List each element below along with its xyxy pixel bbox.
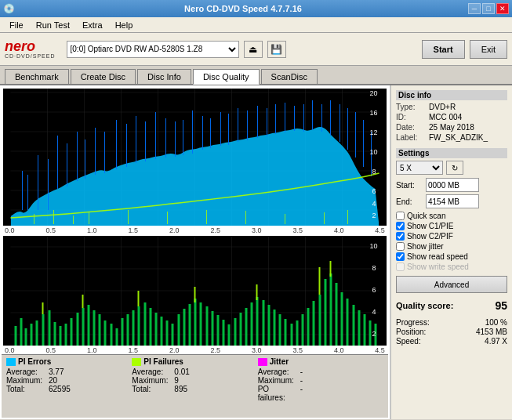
disc-info-section: Disc info Type: DVD+R ID: MCC 004 Date: … bbox=[396, 90, 507, 142]
settings-title: Settings bbox=[396, 148, 507, 158]
start-input[interactable] bbox=[426, 178, 479, 192]
x-label-b8: 4.0 bbox=[334, 346, 344, 354]
speed-select[interactable]: 5 X bbox=[396, 161, 443, 175]
svg-rect-119 bbox=[183, 309, 186, 346]
show-read-speed-row: Show read speed bbox=[396, 252, 507, 261]
svg-rect-131 bbox=[251, 302, 253, 346]
pi-failures-total-label: Total: bbox=[132, 385, 171, 393]
pi-errors-avg-row: Average: 3.77 bbox=[6, 368, 132, 376]
top-chart-svg: 20 16 12 10 8 6 4 2 bbox=[3, 89, 387, 226]
jitter-header: Jitter bbox=[258, 357, 383, 366]
save-icon-button[interactable]: 💾 bbox=[267, 41, 286, 58]
pi-failures-col: PI Failures Average: 0.01 Maximum: 9 Tot… bbox=[132, 357, 257, 415]
x-label-8: 4.0 bbox=[334, 226, 344, 234]
start-button[interactable]: Start bbox=[422, 40, 465, 59]
menu-help[interactable]: Help bbox=[109, 19, 140, 31]
position-row: Position: 4153 MB bbox=[396, 328, 507, 336]
x-label-0: 0.0 bbox=[5, 226, 15, 234]
svg-rect-134 bbox=[268, 305, 271, 346]
jitter-label: Jitter bbox=[270, 357, 289, 366]
pi-errors-total-label: Total: bbox=[6, 385, 45, 393]
svg-rect-140 bbox=[302, 314, 304, 346]
close-button[interactable]: ✕ bbox=[496, 3, 509, 14]
minimize-button[interactable]: ─ bbox=[468, 3, 481, 14]
svg-text:16: 16 bbox=[370, 109, 378, 117]
jitter-col: Jitter Average: - Maximum: - PO failures… bbox=[258, 357, 383, 415]
menu-extra[interactable]: Extra bbox=[76, 19, 109, 31]
jitter-avg-value: - bbox=[300, 368, 303, 376]
svg-rect-149 bbox=[353, 305, 355, 346]
disc-id-row: ID: MCC 004 bbox=[396, 113, 507, 121]
svg-text:10: 10 bbox=[370, 242, 378, 250]
svg-rect-103 bbox=[93, 310, 96, 346]
pi-errors-label: PI Errors bbox=[18, 357, 51, 366]
pi-failures-total-row: Total: 895 bbox=[132, 385, 257, 393]
logo-sub: CD·DVD/SPEED bbox=[5, 53, 56, 59]
svg-rect-156 bbox=[138, 291, 140, 306]
show-c1-checkbox[interactable] bbox=[396, 222, 405, 230]
progress-label: Progress: bbox=[396, 318, 430, 327]
pi-failures-color bbox=[132, 358, 141, 366]
menu-file[interactable]: File bbox=[3, 19, 30, 31]
speed-row: 5 X ↻ bbox=[396, 161, 507, 175]
x-label-1: 0.5 bbox=[45, 226, 56, 234]
svg-rect-116 bbox=[166, 320, 169, 346]
tab-disc-info[interactable]: Disc Info bbox=[137, 69, 191, 84]
logo: nero CD·DVD/SPEED bbox=[5, 39, 56, 59]
exit-button[interactable]: Exit bbox=[470, 40, 507, 59]
drive-select[interactable]: [0:0] Optiarc DVD RW AD-5280S 1.Z8 bbox=[67, 41, 239, 58]
menu-run-test[interactable]: Run Test bbox=[30, 19, 76, 31]
tab-benchmark[interactable]: Benchmark bbox=[5, 69, 69, 84]
svg-rect-96 bbox=[54, 322, 56, 346]
disc-label-row: Label: FW_SK_ADZIK_ bbox=[396, 133, 507, 142]
svg-rect-107 bbox=[116, 328, 118, 346]
svg-rect-89 bbox=[15, 326, 17, 346]
speed-row: Speed: 4.97 X bbox=[396, 337, 507, 346]
show-c2-checkbox[interactable] bbox=[396, 232, 405, 241]
x-label-b4: 2.0 bbox=[169, 346, 180, 354]
advanced-button[interactable]: Advanced bbox=[396, 276, 507, 293]
svg-rect-124 bbox=[212, 311, 214, 346]
svg-rect-160 bbox=[330, 261, 332, 277]
x-label-b2: 1.0 bbox=[87, 346, 97, 354]
show-read-speed-checkbox[interactable] bbox=[396, 252, 405, 261]
svg-rect-111 bbox=[138, 306, 140, 346]
x-label-b5: 2.5 bbox=[210, 346, 220, 354]
quick-scan-row: Quick scan bbox=[396, 212, 507, 220]
end-input[interactable] bbox=[426, 194, 479, 208]
svg-rect-146 bbox=[336, 283, 338, 346]
svg-text:2: 2 bbox=[372, 330, 376, 338]
svg-rect-147 bbox=[341, 292, 343, 346]
show-jitter-checkbox[interactable] bbox=[396, 242, 405, 251]
svg-rect-113 bbox=[150, 308, 152, 346]
svg-rect-159 bbox=[319, 267, 321, 295]
tab-disc-quality[interactable]: Disc Quality bbox=[193, 69, 260, 85]
tab-create-disc[interactable]: Create Disc bbox=[71, 69, 136, 84]
refresh-button[interactable]: ↻ bbox=[446, 161, 463, 175]
tab-scan-disc[interactable]: ScanDisc bbox=[261, 69, 318, 84]
svg-rect-112 bbox=[144, 302, 147, 346]
pi-errors-header: PI Errors bbox=[6, 357, 132, 366]
svg-rect-152 bbox=[369, 320, 372, 346]
disc-label-value: FW_SK_ADZIK_ bbox=[429, 133, 507, 142]
quick-scan-checkbox[interactable] bbox=[396, 212, 405, 220]
svg-rect-141 bbox=[307, 308, 310, 346]
svg-rect-137 bbox=[285, 319, 287, 346]
eject-icon-button[interactable]: ⏏ bbox=[244, 41, 263, 58]
pi-failures-header: PI Failures bbox=[132, 357, 257, 366]
show-write-speed-label: Show write speed bbox=[407, 262, 469, 271]
maximize-button[interactable]: □ bbox=[482, 3, 495, 14]
disc-type-value: DVD+R bbox=[429, 103, 507, 111]
progress-value: 100 % bbox=[485, 318, 507, 327]
svg-rect-109 bbox=[127, 314, 129, 346]
svg-rect-135 bbox=[274, 310, 276, 346]
logo-nero: nero bbox=[5, 39, 35, 53]
svg-rect-143 bbox=[319, 295, 321, 346]
end-row: End: bbox=[396, 194, 507, 208]
svg-text:2: 2 bbox=[372, 212, 376, 219]
show-c1-label: Show C1/PIE bbox=[407, 222, 453, 230]
pi-errors-col: PI Errors Average: 3.77 Maximum: 20 Tota… bbox=[6, 357, 132, 415]
svg-rect-115 bbox=[161, 317, 163, 346]
svg-rect-100 bbox=[77, 313, 79, 346]
show-write-speed-checkbox[interactable] bbox=[396, 262, 405, 271]
